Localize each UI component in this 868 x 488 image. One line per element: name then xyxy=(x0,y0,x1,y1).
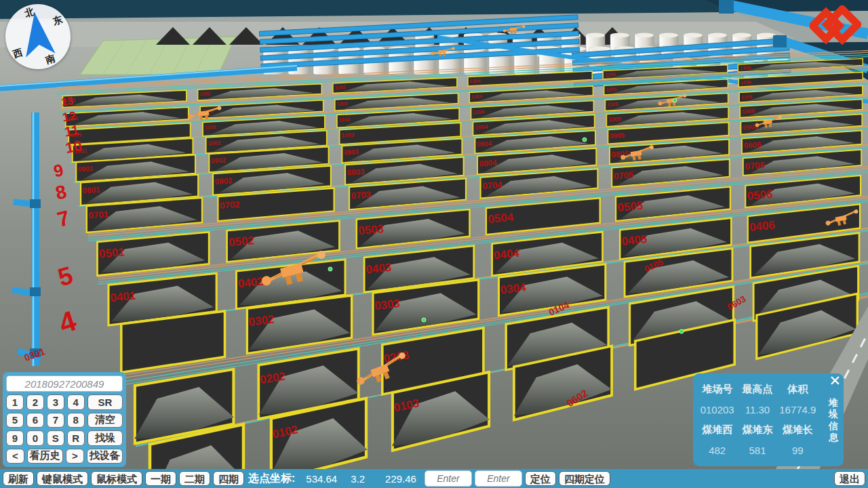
coordinate-input-1[interactable] xyxy=(425,470,472,487)
pile-label: 0405 xyxy=(621,232,648,248)
pile-info-vertical-title: 堆垛信息 xyxy=(829,398,838,443)
pile-label: 0504 xyxy=(488,211,515,226)
keypad-button-<[interactable]: < xyxy=(6,449,24,464)
selected-point-label: 选点坐标: xyxy=(248,472,295,486)
keypad-button-7[interactable]: 7 xyxy=(47,413,64,428)
pile-label: 0705 xyxy=(613,169,634,181)
pile-label: 1104 xyxy=(473,108,485,115)
pile-label: 1204 xyxy=(471,94,482,100)
status-dot xyxy=(673,98,677,102)
info-label-煤堆西: 煤堆西 xyxy=(697,424,737,436)
bar-button-刷新[interactable]: 刷新 xyxy=(3,471,34,486)
pile-label: 1304 xyxy=(470,79,481,84)
pile-label: 0806 xyxy=(743,140,761,150)
pile-label: 0704 xyxy=(482,180,503,191)
pile-label: 1103 xyxy=(338,117,350,123)
pile-label: 1004 xyxy=(475,123,488,131)
info-label-堆场号: 堆场号 xyxy=(697,383,737,396)
keypad-button->[interactable]: > xyxy=(66,449,84,464)
keypad-buttons: 1234SR5678清空90SR找垛<看历史>找设备 xyxy=(6,394,123,464)
pile-info-panel: 堆场号最高点体积01020311.3016774.9煤堆西煤堆东煤堆长48258… xyxy=(693,373,844,466)
pile-label: 0804 xyxy=(479,159,497,168)
bottom-toolbar: 刷新键鼠模式鼠标模式一期二期四期 选点坐标: 534.64 3.2 229.46… xyxy=(0,469,868,488)
info-label-最高点: 最高点 xyxy=(737,383,777,396)
keypad-button-1[interactable]: 1 xyxy=(6,394,24,410)
status-dot xyxy=(328,267,332,271)
close-icon[interactable]: ✕ xyxy=(829,373,841,388)
keypad-row: 5678清空 xyxy=(6,413,123,428)
pile-label: 1302 xyxy=(199,92,210,97)
pile-label: 1303 xyxy=(335,85,346,90)
info-label-体积: 体积 xyxy=(778,383,818,396)
pile-label: 0706 xyxy=(745,160,766,171)
keypad-button-看历史[interactable]: 看历史 xyxy=(27,449,63,464)
pile-label: 0701 xyxy=(88,209,109,220)
info-value: 581 xyxy=(737,445,777,456)
vertical-title-char: 息 xyxy=(829,432,838,443)
bar-button-定位[interactable]: 定位 xyxy=(525,471,556,486)
pile-label: 1003 xyxy=(341,131,355,139)
pile-label: 1005 xyxy=(608,115,622,123)
pile-label: 0502 xyxy=(228,234,254,249)
pile-label: 1106 xyxy=(741,94,753,100)
keypad-button-S[interactable]: S xyxy=(47,430,64,446)
pile-label: 0401 xyxy=(109,289,136,304)
info-label-煤堆东: 煤堆东 xyxy=(737,424,777,436)
keypad-button-0[interactable]: 0 xyxy=(26,430,44,446)
pile-label: 0901 xyxy=(78,165,94,173)
row-number: 10 xyxy=(64,137,83,157)
pile-label: 0505 xyxy=(617,199,644,214)
pile-label: 1006 xyxy=(742,108,755,115)
keypad-button-找垛[interactable]: 找垛 xyxy=(87,430,123,446)
keypad-button-2[interactable]: 2 xyxy=(26,394,44,410)
info-value: 16774.9 xyxy=(778,404,818,415)
info-label-煤堆长: 煤堆长 xyxy=(778,424,818,436)
keypad-button-R[interactable]: R xyxy=(67,430,85,446)
bar-button-一期[interactable]: 一期 xyxy=(145,471,176,486)
bar-button-四期[interactable]: 四期 xyxy=(213,471,244,486)
bar-button-四期定位[interactable]: 四期定位 xyxy=(559,471,610,486)
vertical-title-char: 堆 xyxy=(829,398,838,408)
bar-button-键鼠模式[interactable]: 键鼠模式 xyxy=(37,471,88,486)
keypad-button-8[interactable]: 8 xyxy=(67,413,85,428)
pile-label: 0404 xyxy=(493,247,520,262)
history-timestamp-input[interactable] xyxy=(6,375,123,392)
status-dot xyxy=(679,329,684,333)
pile-label: 0501 xyxy=(98,245,125,260)
keypad-button-4[interactable]: 4 xyxy=(67,394,85,410)
selected-point-x: 534.64 xyxy=(306,473,337,485)
keypad-button-找设备[interactable]: 找设备 xyxy=(87,449,123,464)
pile-label: 0802 xyxy=(214,176,232,186)
pile-label: 0403 xyxy=(365,261,392,277)
info-value: 482 xyxy=(697,445,737,456)
coordinate-input-2[interactable] xyxy=(475,470,522,487)
pile-label: 0904 xyxy=(477,140,492,148)
company-logo-icon xyxy=(810,5,861,47)
pile-label: 0903 xyxy=(344,148,359,156)
keypad-button-3[interactable]: 3 xyxy=(47,394,64,410)
pile-label: 0801 xyxy=(82,186,100,195)
pile-label: 1102 xyxy=(205,124,216,131)
bar-button-鼠标模式[interactable]: 鼠标模式 xyxy=(91,471,142,486)
keypad-button-5[interactable]: 5 xyxy=(6,413,24,428)
keypad-button-SR[interactable]: SR xyxy=(87,394,123,410)
exit-button[interactable]: 退出 xyxy=(834,471,865,486)
keypad-button-6[interactable]: 6 xyxy=(26,413,44,428)
keypad-row: 1234SR xyxy=(6,394,123,410)
bar-button-二期[interactable]: 二期 xyxy=(179,471,210,486)
row-number: 13 xyxy=(60,95,74,108)
keypad-button-清空[interactable]: 清空 xyxy=(87,413,123,428)
pile-label: 1305 xyxy=(605,72,616,77)
pile-label: 1206 xyxy=(741,80,751,85)
vertical-title-char: 信 xyxy=(829,421,838,431)
pile-label: 0805 xyxy=(611,149,629,159)
keypad-row: <看历史>找设备 xyxy=(6,449,123,464)
keypad-row: 90SR找垛 xyxy=(6,430,123,446)
status-dot xyxy=(583,138,587,142)
pile-label: 0905 xyxy=(610,131,625,140)
keypad-button-9[interactable]: 9 xyxy=(6,430,24,446)
toolbar-mid-buttons: 定位四期定位 xyxy=(525,471,610,486)
selected-point-z: 229.46 xyxy=(385,473,416,485)
vertical-title-char: 垛 xyxy=(829,409,838,420)
pile-info-grid: 堆场号最高点体积01020311.3016774.9煤堆西煤堆东煤堆长48258… xyxy=(697,379,818,460)
